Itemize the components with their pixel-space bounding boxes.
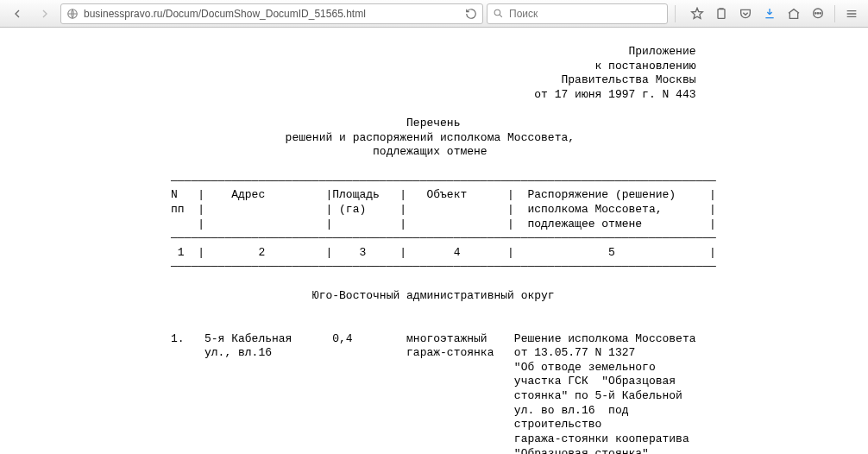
document-page: Приложение к постановлению Правительства… xyxy=(0,28,868,454)
divider xyxy=(675,5,676,22)
svg-point-5 xyxy=(817,12,818,13)
browser-toolbar xyxy=(0,0,868,28)
reload-icon[interactable] xyxy=(465,8,477,20)
svg-point-6 xyxy=(820,12,821,13)
url-bar[interactable] xyxy=(60,3,483,24)
svg-point-4 xyxy=(815,12,816,13)
globe-icon xyxy=(66,8,79,20)
forward-button[interactable] xyxy=(33,3,57,25)
home-icon[interactable] xyxy=(783,3,805,25)
divider xyxy=(834,5,835,22)
search-icon xyxy=(493,8,504,19)
download-icon[interactable] xyxy=(758,3,781,25)
bookmark-icon[interactable] xyxy=(686,3,708,25)
back-button[interactable] xyxy=(5,3,29,25)
chat-icon[interactable] xyxy=(807,3,829,25)
url-input[interactable] xyxy=(84,8,460,20)
search-input[interactable] xyxy=(509,8,662,20)
search-bar[interactable] xyxy=(487,3,668,24)
page-viewport[interactable]: Приложение к постановлению Правительства… xyxy=(0,28,868,454)
svg-rect-2 xyxy=(718,9,725,18)
menu-icon[interactable] xyxy=(840,3,863,25)
clipboard-icon[interactable] xyxy=(710,3,733,25)
document-body: Приложение к постановлению Правительства… xyxy=(171,45,697,454)
pocket-icon[interactable] xyxy=(734,3,757,25)
toolbar-right xyxy=(682,3,863,25)
svg-point-1 xyxy=(494,9,500,16)
